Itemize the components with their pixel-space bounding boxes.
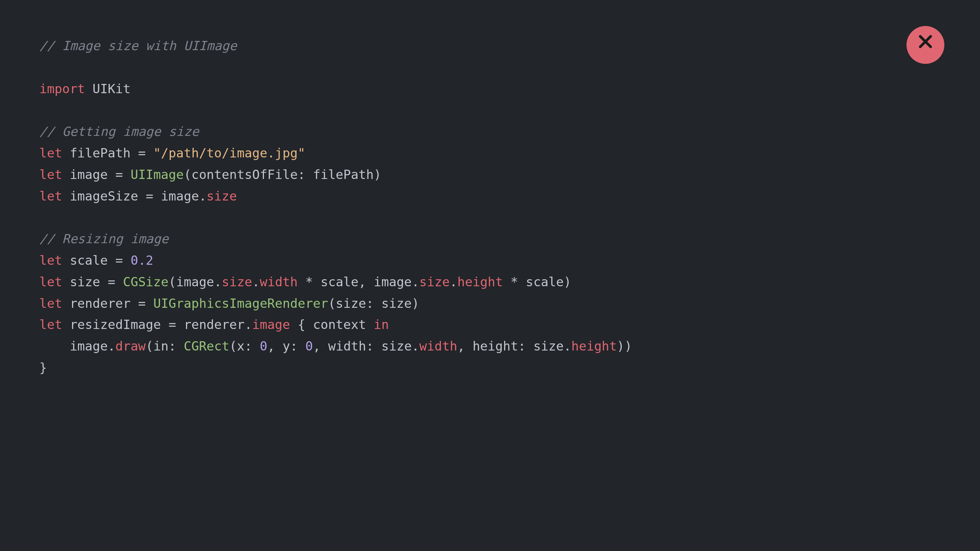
code-token: // Resizing image (39, 231, 169, 246)
code-token: height (571, 339, 617, 354)
code-token: size (420, 274, 450, 289)
code-token: . (252, 274, 259, 289)
code-line: } (39, 357, 941, 379)
code-token: draw (115, 339, 146, 354)
code-token: renderer = (62, 296, 153, 311)
code-token: image. (39, 339, 115, 354)
code-line: image.draw(in: CGRect(x: 0, y: 0, width:… (39, 336, 941, 357)
code-token: // Getting image size (39, 124, 199, 139)
code-token: imageSize = image. (62, 189, 207, 204)
close-icon (916, 33, 934, 57)
code-token: * scale) (503, 274, 571, 289)
code-line: let scale = 0.2 (39, 250, 941, 271)
code-token: )) (617, 339, 632, 354)
code-line: let filePath = "/path/to/image.jpg" (39, 143, 941, 164)
code-token: size (207, 189, 237, 204)
code-token: let (39, 253, 62, 268)
code-line (39, 99, 941, 121)
code-token: let (39, 167, 62, 182)
code-line: let renderer = UIGraphicsImageRenderer(s… (39, 293, 941, 314)
code-token: UIGraphicsImageRenderer (153, 296, 328, 311)
code-line (39, 57, 941, 78)
code-token: width (420, 339, 457, 354)
code-token: UIImage (130, 167, 184, 182)
code-line: // Resizing image (39, 228, 941, 250)
code-token: filePath = (62, 145, 153, 161)
code-token: 0.2 (130, 253, 153, 268)
close-button[interactable] (907, 26, 944, 64)
code-token: (in: (146, 339, 184, 354)
code-token: (x: (229, 339, 260, 354)
code-token: (size: size) (328, 296, 420, 311)
code-line: // Getting image size (39, 121, 941, 143)
code-token: CGSize (123, 274, 169, 289)
code-token: , y: (267, 339, 305, 354)
code-token: (contentsOfFile: filePath) (184, 167, 381, 182)
code-token: 0 (305, 339, 313, 354)
code-token: size = (62, 274, 123, 289)
code-token: * scale, image. (298, 274, 420, 289)
code-token: , height: size. (457, 339, 571, 354)
code-line: // Image size with UIImage (39, 35, 941, 57)
code-token: image = (62, 167, 130, 182)
code-token: // Image size with UIImage (39, 38, 237, 53)
code-token: resizedImage = renderer. (62, 317, 252, 332)
code-token: "/path/to/image.jpg" (153, 145, 305, 161)
code-line: let imageSize = image.size (39, 186, 941, 207)
code-token: import (39, 81, 85, 96)
code-line: let size = CGSize(image.size.width * sca… (39, 271, 941, 293)
code-token: height (457, 274, 503, 289)
code-token: let (39, 145, 62, 161)
code-line (39, 207, 941, 228)
code-block: // Image size with UIImage import UIKit … (0, 0, 980, 414)
code-token: let (39, 189, 62, 204)
code-token: CGRect (184, 339, 229, 354)
code-token: { context (290, 317, 374, 332)
code-token: size (222, 274, 252, 289)
code-line: import UIKit (39, 78, 941, 100)
code-line: let image = UIImage(contentsOfFile: file… (39, 164, 941, 186)
code-token: let (39, 296, 62, 311)
code-token: , width: size. (313, 339, 420, 354)
code-token: } (39, 360, 47, 375)
code-token: (image. (169, 274, 222, 289)
code-token: let (39, 274, 62, 289)
code-token: UIKit (85, 81, 130, 96)
code-token: . (450, 274, 457, 289)
code-line: let resizedImage = renderer.image { cont… (39, 314, 941, 336)
code-token: scale = (62, 253, 130, 268)
code-token: let (39, 317, 62, 332)
code-token: width (260, 274, 298, 289)
code-token: image (252, 317, 290, 332)
code-token: in (374, 317, 389, 332)
code-token: 0 (260, 339, 267, 354)
